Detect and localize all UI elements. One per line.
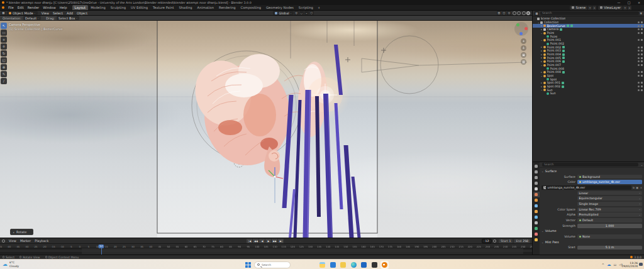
viewport-menu-view[interactable]: View	[40, 11, 51, 16]
filter-funnel-icon[interactable]: ▼	[640, 12, 642, 15]
shading-material-icon[interactable]	[522, 11, 526, 15]
taskbar-app-store[interactable]	[329, 261, 337, 269]
taskbar-app-edge[interactable]	[350, 261, 358, 269]
image-datablock-field[interactable]: umhlanga_sunrise_4k.exr	[541, 185, 631, 190]
expand-arrow[interactable]: ▸	[540, 85, 543, 88]
nav-perspective-toggle-icon[interactable]: ▦	[521, 59, 526, 65]
panel-header-mist-pass[interactable]: ⌄Mist Pass	[540, 239, 642, 245]
workspace-tab-modeling[interactable]: Modeling	[88, 5, 108, 10]
menu-file[interactable]: File	[6, 6, 16, 9]
tool-measure-button[interactable]: ∕	[1, 78, 7, 84]
open-image-icon[interactable]: ▣	[636, 186, 638, 189]
visibility-eye-icon[interactable]	[638, 64, 640, 66]
frame-end-field[interactable]: End250	[514, 239, 530, 243]
render-camera-icon[interactable]	[641, 89, 643, 91]
workspace-tab-scripting[interactable]: Scripting	[296, 5, 316, 10]
property-value-equirectangular[interactable]: Equirectangular⌄	[577, 196, 642, 200]
expand-arrow[interactable]: ⌄	[540, 32, 543, 35]
visibility-eye-icon[interactable]	[638, 21, 640, 23]
snap-magnet-icon[interactable]: ◡	[299, 11, 304, 15]
expand-arrow[interactable]: ▸	[540, 50, 543, 52]
play-reverse-button[interactable]: ◀	[259, 239, 265, 243]
outliner-search-input[interactable]: Search	[540, 11, 639, 16]
visibility-eye-icon[interactable]	[638, 25, 640, 27]
expand-arrow[interactable]: ▸	[540, 57, 543, 59]
navigation-gizmo[interactable]	[514, 22, 528, 36]
visibility-eye-icon[interactable]	[638, 32, 640, 34]
notification-icon[interactable]	[639, 263, 643, 266]
tool-tweak-button[interactable]: ↖	[1, 23, 7, 29]
property-value-1-000[interactable]: 1.000	[577, 224, 642, 228]
frame-start-field[interactable]: Start1	[499, 239, 513, 243]
menu-edit[interactable]: Edit	[16, 6, 26, 9]
proportional-editing-icon[interactable]: ○	[309, 11, 314, 15]
timeline-ruler[interactable]: -45-40-35-30-25-20-15-10-505101520253035…	[0, 244, 532, 248]
properties-tab-modifiers[interactable]	[533, 203, 540, 209]
properties-tab-object-data[interactable]	[533, 226, 540, 231]
visibility-eye-icon[interactable]	[638, 75, 640, 77]
expand-arrow[interactable]: ▸	[540, 71, 543, 74]
prev-keyframe-button[interactable]: ◀◀	[253, 239, 258, 243]
tool-transform-button[interactable]: ⊕	[1, 64, 7, 70]
workspace-tab-texture-paint[interactable]: Texture Paint	[150, 5, 176, 10]
close-button[interactable]: ×	[634, 0, 644, 5]
tool-move-button[interactable]: ✛	[1, 43, 7, 50]
next-keyframe-button[interactable]: ▶▶	[272, 239, 277, 243]
viewport-menu-add[interactable]: Add	[65, 11, 75, 16]
editor-type-icon[interactable]: ▦	[1, 11, 6, 15]
workspace-tab-layout[interactable]: Layout	[72, 5, 89, 10]
render-camera-icon[interactable]	[641, 64, 643, 66]
viewport-3d[interactable]: ↖▭+✛↻◱⊕✎∕ Camera Perspective (1) Scene C…	[0, 21, 532, 238]
taskbar-clock[interactable]: 13:26 29/01/2024	[622, 261, 638, 268]
panel-header-volume[interactable]: ⌄Volume	[540, 229, 642, 234]
auto-keying-icon[interactable]	[493, 239, 496, 243]
tool-orientation-dropdown[interactable]: Default ⌄	[23, 16, 41, 20]
properties-tab-view-layer[interactable]	[533, 180, 540, 186]
properties-search-input[interactable]: Search	[542, 163, 638, 167]
render-camera-icon[interactable]	[641, 50, 643, 52]
current-frame-field[interactable]: 12	[482, 239, 492, 243]
render-camera-icon[interactable]	[641, 25, 643, 27]
expand-arrow[interactable]: ▸	[540, 82, 543, 84]
visibility-eye-icon[interactable]	[638, 60, 640, 62]
viewport-menu-object[interactable]: Object	[75, 11, 89, 16]
render-camera-icon[interactable]	[641, 53, 643, 55]
visibility-eye-icon[interactable]	[638, 57, 640, 59]
timeline-editor-icon[interactable]	[2, 239, 5, 243]
viewport-menu-select[interactable]: Select	[51, 11, 65, 16]
add-workspace-button[interactable]: +	[316, 6, 322, 9]
visibility-eye-icon[interactable]	[638, 85, 640, 87]
workspace-tab-sculpting[interactable]: Sculpting	[108, 5, 128, 10]
new-scene-button[interactable]: +	[588, 6, 592, 10]
visibility-eye-icon[interactable]	[638, 89, 640, 91]
nav-camera-view-icon[interactable]: ▣	[521, 52, 526, 58]
blender-menu-icon[interactable]	[2, 6, 4, 9]
expand-arrow[interactable]: ⌄	[540, 89, 543, 91]
outliner-filter-icon[interactable]: ▦	[535, 11, 539, 16]
maximize-button[interactable]: □	[624, 0, 634, 5]
expand-arrow[interactable]: ▸	[540, 25, 543, 27]
properties-tab-render[interactable]	[533, 169, 540, 175]
render-camera-icon[interactable]	[641, 75, 643, 77]
expand-arrow[interactable]: ⌄	[540, 39, 543, 41]
overlays-toggle-icon[interactable]: ◫	[502, 11, 506, 15]
workspace-tab-shading[interactable]: Shading	[177, 5, 195, 10]
properties-tab-object[interactable]	[533, 197, 540, 203]
properties-tab-physics[interactable]	[533, 214, 540, 220]
taskbar-app-explorer[interactable]	[318, 261, 326, 269]
properties-tab-output[interactable]	[533, 175, 540, 180]
panel-header-surface[interactable]: ⌄Surface	[540, 168, 642, 174]
properties-tab-constraints[interactable]	[533, 220, 540, 226]
shading-solid-icon[interactable]	[517, 11, 521, 15]
property-value-5-1-m[interactable]: 5.1 m	[577, 246, 642, 250]
visibility-eye-icon[interactable]	[638, 39, 640, 41]
expand-arrow[interactable]: ⌄	[537, 21, 540, 24]
properties-tab-scene[interactable]	[533, 186, 540, 192]
property-value-linear[interactable]: Linear⌄	[577, 191, 642, 195]
tray-chevron-up-icon[interactable]: ^	[602, 261, 604, 268]
visibility-eye-icon[interactable]	[638, 53, 640, 55]
property-value-linear-rec-709[interactable]: Linear Rec.709⌄	[577, 207, 642, 212]
remove-view-layer-button[interactable]: ×	[628, 6, 631, 10]
taskbar-app-terminal[interactable]	[370, 261, 379, 269]
render-camera-icon[interactable]	[641, 21, 643, 23]
